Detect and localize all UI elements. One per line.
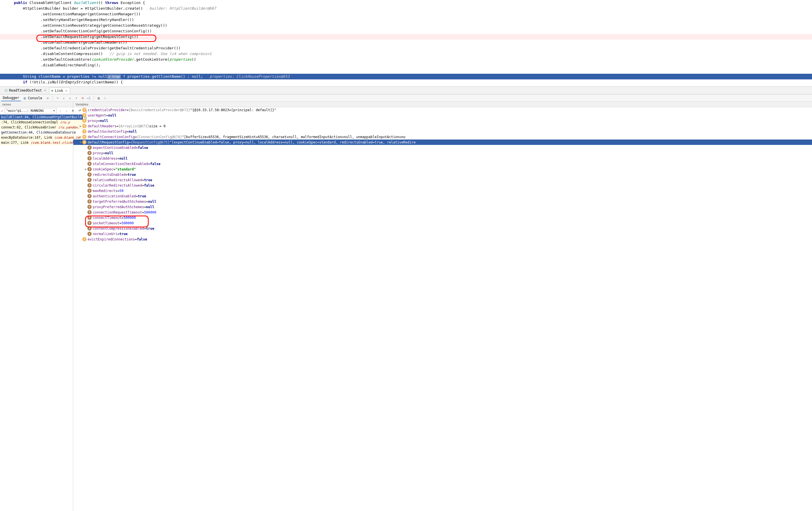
- code-line-current[interactable]: String clientName = properties != null= …: [0, 74, 812, 80]
- run-to-cursor-icon[interactable]: →|: [86, 96, 91, 101]
- code-line[interactable]: .setRetryHandler(getRequestRetryHandler(…: [0, 17, 812, 23]
- stack-frame[interactable]: connect:62, ClickHouseDriver (ru.yandex.: [0, 125, 83, 130]
- variable-row[interactable]: ▶fdefaultConnectionConfig = {ConnectionC…: [73, 134, 812, 140]
- thread-dump-icon[interactable]: ≡: [45, 96, 50, 101]
- expand-icon[interactable]: ▼: [79, 141, 82, 144]
- variable-row[interactable]: ▼fdefaultRequestConfig = {RequestConfig@…: [73, 140, 812, 145]
- code-line[interactable]: .setDefaultCredentialsProvider(getDefaul…: [0, 46, 812, 51]
- variable-row[interactable]: fmaxRedirects = 50: [73, 188, 812, 193]
- stack-frame[interactable]: buildClient:84, ClickHouseHttpClientBuil…: [0, 115, 83, 120]
- close-icon[interactable]: ×: [65, 89, 67, 93]
- variable-row[interactable]: fevictExpiredConnections = false: [73, 237, 812, 242]
- variable-row[interactable]: fuserAgent = null: [73, 113, 812, 118]
- variable-row[interactable]: fdefaultSocketConfig = null: [73, 129, 812, 134]
- field-icon: f: [82, 140, 87, 144]
- variable-row[interactable]: fproxy = null: [73, 118, 812, 123]
- force-step-into-icon[interactable]: ↓: [67, 96, 72, 101]
- debug-body: rames ✓ "main"@1...: RUNNING▾ ↑ ↓ ▼ + bu…: [0, 102, 812, 511]
- expand-icon[interactable]: ▶: [79, 135, 82, 139]
- code-line[interactable]: .setDefaultCookieStore(cookieStoreProvid…: [0, 57, 812, 62]
- variable-row[interactable]: fconnectTimeout = 500000: [73, 215, 812, 220]
- variable-row[interactable]: fsocketTimeout = 500000: [73, 220, 812, 226]
- field-icon: f: [87, 221, 92, 225]
- code-line[interactable]: [0, 68, 812, 74]
- variable-name: connectTimeout: [93, 216, 121, 220]
- expand-icon[interactable]: ▶: [79, 108, 82, 112]
- code-line[interactable]: .setConnectionReuseStrategy(getConnectio…: [0, 23, 812, 28]
- code-line[interactable]: HttpClientBuilder builder = HttpClientBu…: [0, 6, 812, 11]
- thread-icon: ✓: [1, 109, 3, 113]
- variable-row[interactable]: fstaleConnectionCheckEnabled = false: [73, 161, 812, 167]
- step-into-icon[interactable]: ↓: [61, 96, 66, 101]
- code-line[interactable]: if (!Utils.isNullOrEmptyString(clientNam…: [0, 80, 812, 85]
- tab-readtimedouttest[interactable]: ⓒ ReadTimedOutTest ×: [2, 88, 49, 94]
- variable-name: cookieSpec: [93, 167, 113, 171]
- variable-row[interactable]: ▶fcookieSpec = "standard": [73, 167, 812, 172]
- trace-icon[interactable]: ≣: [103, 96, 108, 101]
- variable-row[interactable]: fredirectsEnabled = true: [73, 172, 812, 177]
- prev-frame-icon[interactable]: ↑: [58, 108, 63, 114]
- inline-eval-badge: = true: [107, 74, 121, 79]
- code-line[interactable]: .disableContentCompression() // gzip is …: [0, 51, 812, 57]
- variable-name: proxyPreferredAuthSchemes: [93, 205, 144, 209]
- stack-frame[interactable]: :74, ClickHouseConnectionImpl (ru.y: [0, 120, 83, 125]
- stack-frame[interactable]: execByDataSource:147, Link (com.blank.te: [0, 135, 83, 140]
- field-icon: f: [82, 113, 87, 117]
- expand-icon[interactable]: ▶: [84, 168, 87, 171]
- variable-row[interactable]: ftargetPreferredAuthSchemes = null: [73, 199, 812, 204]
- code-line[interactable]: .disableRedirectHandling();: [0, 62, 812, 68]
- stack-frame[interactable]: main:177, Link (com.blank.test.clickhous…: [0, 140, 83, 145]
- variable-row[interactable]: ▶fdefaultHeaders = {ArrayList@673} size …: [73, 123, 812, 129]
- code-line[interactable]: .setConnectionManager(getConnectionManag…: [0, 11, 812, 17]
- field-icon: f: [87, 183, 92, 187]
- close-icon[interactable]: ×: [44, 88, 46, 92]
- variable-row[interactable]: ▶fcredentialsProvider = {BasicCredential…: [73, 107, 812, 113]
- field-icon: f: [87, 146, 92, 150]
- code-line[interactable]: .setDefaultHeaders(getDefaultHeaders()): [0, 40, 812, 46]
- variable-name: evictExpiredConnections: [88, 237, 135, 241]
- variable-row[interactable]: fcontentCompressionEnabled = true: [73, 226, 812, 231]
- tab-link[interactable]: ▶ Link ×: [49, 88, 70, 94]
- drop-frame-icon[interactable]: ⤭: [80, 96, 85, 101]
- code-line[interactable]: .setDefaultConnectionConfig(getConnectio…: [0, 28, 812, 34]
- variable-row[interactable]: fproxyPreferredAuthSchemes = null: [73, 204, 812, 210]
- variable-row[interactable]: frelativeRedirectsAllowed = true: [73, 177, 812, 183]
- field-icon: f: [87, 226, 92, 231]
- variable-row[interactable]: fnormalizeUri = true: [73, 231, 812, 237]
- variable-row[interactable]: flocalAddress = null: [73, 156, 812, 161]
- step-over-icon[interactable]: ↷: [55, 96, 60, 101]
- thread-dropdown[interactable]: "main"@1...: RUNNING▾: [4, 108, 57, 114]
- frames-list[interactable]: buildClient:84, ClickHouseHttpClientBuil…: [0, 115, 83, 145]
- evaluate-icon[interactable]: ▦: [96, 96, 101, 101]
- variable-name: targetPreferredAuthSchemes: [93, 200, 146, 204]
- field-icon: f: [82, 124, 87, 128]
- variable-name: authenticationEnabled: [93, 194, 136, 198]
- editor-pane[interactable]: public CloseableHttpClient buildClient()…: [0, 0, 812, 87]
- code-line-highlighted[interactable]: .setDefaultRequestConfig(getRequestConfi…: [0, 34, 812, 40]
- stack-frame[interactable]: getConnection:44, ClickHouseDataSource: [0, 130, 83, 135]
- console-tab[interactable]: ▤ Console: [22, 95, 44, 101]
- field-icon: f: [82, 237, 87, 241]
- variable-row[interactable]: fcircularRedirectsAllowed = false: [73, 183, 812, 188]
- field-icon: f: [87, 162, 92, 166]
- variable-name: defaultSocketConfig: [88, 129, 126, 133]
- variable-row[interactable]: fproxy = null: [73, 150, 812, 156]
- field-icon: f: [87, 167, 92, 171]
- variables-tree[interactable]: ▶fcredentialsProvider = {BasicCredential…: [73, 107, 812, 511]
- variable-name: userAgent: [88, 114, 106, 117]
- variable-name: defaultConnectionConfig: [88, 135, 135, 139]
- variable-name: proxy: [88, 119, 98, 123]
- variable-name: relativeRedirectsAllowed: [93, 178, 142, 182]
- variable-name: defaultRequestConfig: [88, 140, 129, 144]
- next-frame-icon[interactable]: ↓: [64, 108, 69, 114]
- debugger-tab[interactable]: Debugger: [1, 95, 21, 101]
- field-icon: f: [87, 194, 92, 198]
- console-icon: ▤: [24, 96, 26, 100]
- expand-icon[interactable]: ▶: [79, 124, 82, 128]
- variable-row[interactable]: fauthenticationEnabled = true: [73, 193, 812, 199]
- code-line[interactable]: public CloseableHttpClient buildClient()…: [0, 0, 812, 6]
- variable-row[interactable]: fconnectionRequestTimeout = 500000: [73, 210, 812, 215]
- variable-name: credentialsProvider: [88, 108, 126, 112]
- step-out-icon[interactable]: ↑: [74, 96, 79, 101]
- variable-row[interactable]: fexpectContinueEnabled = false: [73, 145, 812, 150]
